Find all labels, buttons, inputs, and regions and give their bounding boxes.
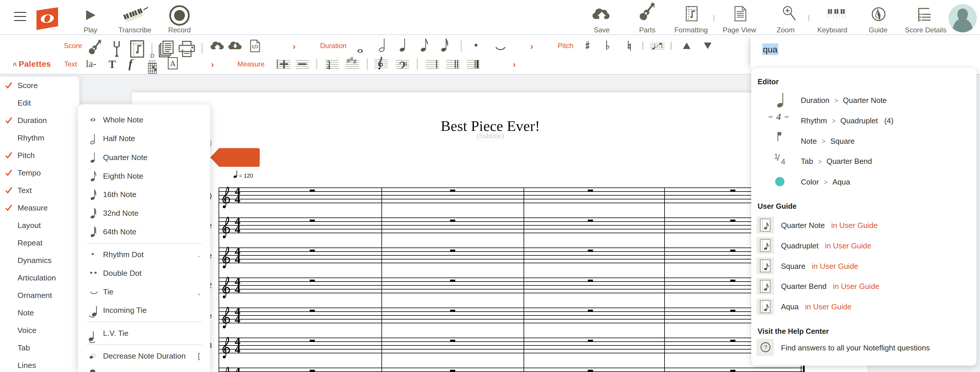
svg-text:4: 4 bbox=[235, 223, 240, 235]
svg-text:#: # bbox=[353, 58, 356, 65]
svg-text:A: A bbox=[170, 59, 176, 68]
svg-text:4: 4 bbox=[327, 63, 330, 71]
svg-text:4: 4 bbox=[776, 111, 781, 122]
svg-text:4: 4 bbox=[235, 283, 240, 295]
svg-text:4: 4 bbox=[235, 313, 240, 325]
svg-text:4: 4 bbox=[235, 343, 240, 355]
svg-text:4: 4 bbox=[235, 253, 240, 265]
svg-text:?: ? bbox=[764, 344, 767, 350]
svg-text:4: 4 bbox=[235, 365, 240, 372]
svg-text:o: o bbox=[154, 59, 155, 62]
svg-text:D: D bbox=[150, 53, 154, 59]
svg-text:4: 4 bbox=[235, 193, 240, 205]
svg-text:x: x bbox=[149, 59, 151, 62]
svg-text:x: x bbox=[151, 59, 153, 62]
